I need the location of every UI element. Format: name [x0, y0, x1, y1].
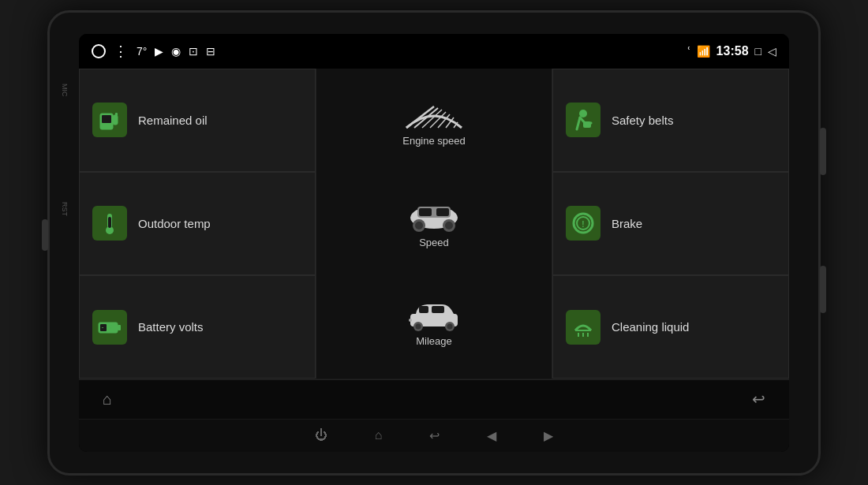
home-button[interactable]: ⌂: [103, 390, 112, 409]
home-nav-icon[interactable]: ⌂: [375, 428, 383, 442]
svg-text:-: -: [102, 323, 104, 331]
battery-volts-label: Battery volts: [138, 320, 204, 334]
washer-icon: [566, 310, 600, 345]
photo-icon: ⊡: [189, 45, 198, 58]
car-side-icon: [406, 297, 462, 332]
remained-oil-tile[interactable]: Remained oil: [79, 69, 316, 172]
rst-label: RST: [61, 202, 69, 216]
wifi-icon: 📶: [697, 45, 710, 58]
right-side-button-bottom[interactable]: [820, 266, 826, 313]
screen: ⋮ 7° ▶ ◉ ⊡ ⊟ ʿ︎ 📶 13:58 □ ◁: [79, 34, 789, 452]
youtube-icon: ▶: [155, 45, 163, 58]
safety-belts-tile[interactable]: Safety belts: [552, 69, 789, 172]
back-button[interactable]: ↩: [752, 390, 765, 409]
car-head-unit: MIC RST ⋮ 7° ▶ ◉ ⊡ ⊟ ʿ︎ 📶 13:58 □ ◁: [47, 10, 821, 476]
cleaning-liquid-tile[interactable]: Cleaning liquid: [552, 275, 789, 379]
vol-up-nav-icon[interactable]: ▶: [544, 428, 553, 443]
power-nav-icon[interactable]: ⏻: [315, 428, 327, 442]
svg-point-25: [415, 222, 423, 229]
battery-icon: - +: [92, 310, 127, 345]
svg-rect-22: [419, 208, 432, 216]
svg-point-37: [409, 319, 412, 322]
right-side-button-top[interactable]: [820, 128, 826, 175]
window-icon: □: [755, 45, 761, 58]
safety-belts-label: Safety belts: [612, 114, 673, 127]
left-side-button[interactable]: [42, 219, 48, 251]
svg-line-15: [430, 112, 446, 128]
bottom-bar: ⌂ ↩: [79, 379, 789, 419]
fuel-icon: [92, 103, 127, 137]
remained-oil-label: Remained oil: [138, 114, 208, 127]
mic-label: MIC: [61, 84, 69, 97]
back-nav-icon[interactable]: ↩: [429, 428, 440, 443]
svg-point-34: [416, 324, 421, 330]
thermometer-icon: [92, 206, 127, 241]
dots-icon: ⋮: [114, 43, 129, 60]
svg-point-38: [579, 110, 587, 118]
center-panel: Engine speed Speed: [316, 69, 552, 379]
status-bar: ⋮ 7° ▶ ◉ ⊡ ⊟ ʿ︎ 📶 13:58 □ ◁: [79, 34, 789, 69]
outdoor-temp-tile[interactable]: Outdoor temp: [79, 172, 316, 275]
status-right: ʿ︎ 📶 13:58 □ ◁: [687, 44, 776, 58]
svg-rect-1: [102, 115, 111, 123]
circle-icon: [92, 44, 106, 58]
cleaning-liquid-label: Cleaning liquid: [612, 320, 689, 334]
svg-rect-39: [583, 121, 591, 128]
brake-tile[interactable]: ! Brake: [552, 172, 789, 275]
svg-rect-8: [118, 325, 121, 330]
main-grid: Remained oil Outdoor temp: [79, 69, 789, 379]
svg-rect-2: [113, 115, 118, 125]
svg-text:!: !: [582, 220, 584, 229]
vol-down-nav-icon[interactable]: ◀: [487, 428, 496, 443]
seatbelt-icon: [566, 103, 600, 137]
svg-point-27: [445, 222, 453, 229]
svg-rect-31: [419, 306, 428, 313]
svg-rect-6: [108, 217, 111, 228]
clock-display: 13:58: [716, 44, 749, 58]
temperature-display: 7°: [137, 45, 147, 58]
status-left: ⋮ 7° ▶ ◉ ⊡ ⊟: [92, 43, 678, 60]
engine-speed-label: Engine speed: [402, 135, 466, 147]
engine-speed-item: Engine speed: [402, 100, 466, 147]
speed-label: Speed: [419, 237, 449, 248]
svg-text:+: +: [109, 323, 113, 331]
back-nav-icon: ◁: [768, 45, 776, 58]
wiper-icon: [402, 100, 466, 132]
battery-volts-tile[interactable]: - + Battery volts: [79, 275, 316, 379]
nav-bar: ⏻ ⌂ ↩ ◀ ▶: [79, 419, 789, 452]
mileage-label: Mileage: [416, 335, 452, 347]
camera-icon: ◉: [171, 45, 181, 58]
svg-rect-32: [432, 306, 444, 313]
car-front-icon: [406, 194, 462, 233]
outdoor-temp-label: Outdoor temp: [138, 217, 211, 230]
svg-rect-23: [436, 208, 449, 216]
svg-point-36: [447, 324, 453, 330]
svg-rect-3: [115, 113, 118, 116]
video-icon: ⊟: [206, 45, 215, 58]
speed-item: Speed: [406, 194, 462, 248]
brake-icon: !: [566, 206, 600, 241]
brake-label: Brake: [612, 217, 642, 230]
bluetooth-icon: ʿ︎: [687, 45, 690, 58]
mileage-item: Mileage: [406, 297, 462, 347]
